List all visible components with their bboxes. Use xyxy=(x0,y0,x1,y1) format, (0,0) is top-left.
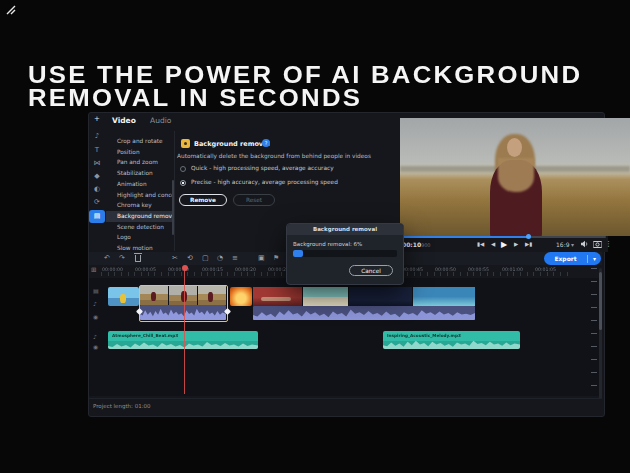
radio-precise[interactable] xyxy=(180,180,186,186)
copy-icon[interactable]: ▣ xyxy=(258,254,265,262)
add-media-icon[interactable]: + xyxy=(89,115,105,123)
tab-audio[interactable]: Audio xyxy=(150,116,171,125)
seek-progress xyxy=(400,236,528,238)
play-icon[interactable]: ▶ xyxy=(501,240,507,249)
ruler-label: 00:00:50 xyxy=(435,266,456,271)
video-clip-4-waveform[interactable] xyxy=(253,306,475,320)
next-frame-icon[interactable]: ▶ xyxy=(514,241,518,247)
seek-handle[interactable] xyxy=(526,234,531,239)
stabilization-tool-icon[interactable]: ◐ xyxy=(89,185,105,193)
snapshot-camera-icon[interactable] xyxy=(593,240,602,248)
aspect-ratio-select[interactable]: 16:9 xyxy=(556,241,569,248)
dialog-title: Background removal xyxy=(287,224,403,235)
video-clip-1[interactable] xyxy=(108,287,139,306)
clip-thumb xyxy=(140,286,168,305)
sidebar-item-logo[interactable]: Logo xyxy=(106,232,173,243)
effects-tool-icon[interactable]: ◆ xyxy=(89,172,105,180)
subject-hair-front xyxy=(498,158,534,192)
more-tools-icon[interactable]: ▤ xyxy=(89,210,105,223)
transitions-tool-icon[interactable]: ⋈ xyxy=(89,159,105,167)
sidebar-item-position[interactable]: Position xyxy=(106,147,173,158)
vertical-scrollbar-thumb[interactable] xyxy=(599,272,602,330)
video-track-mute-icon[interactable]: ♪ xyxy=(93,300,97,307)
sidebar-item-crop-and-rotate[interactable]: Crop and rotate xyxy=(106,136,173,147)
sidebar-divider xyxy=(174,131,175,251)
split-icon[interactable]: ✂ xyxy=(172,254,178,262)
clip-thumb xyxy=(169,286,197,305)
clip-thumb xyxy=(303,287,348,306)
track-tools-icon[interactable]: ⊞ xyxy=(91,266,96,274)
dialog-cancel-button[interactable]: Cancel xyxy=(349,265,393,276)
sidebar-item-background-removal[interactable]: Background removal xyxy=(106,211,173,222)
timecode-ms: 900 xyxy=(421,242,431,248)
audio-clip-1-label: Atmosphere_Chill_Beat.mp3 xyxy=(112,333,178,338)
playhead-line[interactable] xyxy=(184,270,185,394)
audio-track-mute-icon[interactable]: ♪ xyxy=(93,333,97,340)
delete-icon[interactable] xyxy=(135,255,141,262)
volume-icon[interactable] xyxy=(581,240,589,248)
clip-thumb xyxy=(349,287,412,306)
redo-icon[interactable]: ↷ xyxy=(119,254,125,262)
sidebar-item-scene-detection[interactable]: Scene detection xyxy=(106,222,173,233)
audio-track-lock-icon[interactable]: ◉ xyxy=(93,343,98,350)
panel-title: Background removal xyxy=(194,140,270,148)
sidebar-item-pan-and-zoom[interactable]: Pan and zoom xyxy=(106,157,173,168)
jump-to-end-icon[interactable]: ▶▮ xyxy=(525,241,532,247)
video-track-icon[interactable]: ▤ xyxy=(93,287,99,294)
sidebar-item-stabilization[interactable]: Stabilization xyxy=(106,168,173,179)
status-bar xyxy=(89,398,602,415)
sidebar-item-animation[interactable]: Animation xyxy=(106,179,173,190)
audio-tool-icon[interactable]: ♪ xyxy=(89,132,105,140)
timeline-zoom-slider[interactable] xyxy=(591,268,597,398)
page: USE THE POWER OF AI BACKGROUND REMOVAL I… xyxy=(0,0,630,473)
rotate-icon[interactable]: ⟲ xyxy=(187,254,193,262)
filters-tool-icon[interactable]: ⟳ xyxy=(89,198,105,206)
clip-audio-waveform xyxy=(140,305,226,320)
aspect-caret-icon: ▾ xyxy=(571,241,574,248)
video-clip-4-thumbs[interactable] xyxy=(253,287,475,306)
ruler-label: 00:01:00 xyxy=(502,266,523,271)
ruler-label: 00:00:45 xyxy=(402,266,423,271)
jump-to-start-icon[interactable]: ▮◀ xyxy=(477,241,484,247)
reset-button[interactable]: Reset xyxy=(233,194,275,206)
marker-icon[interactable]: ⚑ xyxy=(273,254,279,262)
info-icon[interactable]: ? xyxy=(262,139,270,147)
radio-quick[interactable] xyxy=(180,166,186,172)
background-removal-dialog: Background removal Background removal: 6… xyxy=(286,223,404,285)
dialog-progress-track xyxy=(293,250,397,257)
speed-icon[interactable]: ◔ xyxy=(217,254,223,262)
export-caret-icon[interactable]: ▾ xyxy=(588,255,601,262)
crop-icon[interactable]: ▢ xyxy=(202,254,209,262)
headline-line-2: REMOVAL IN SECONDS xyxy=(28,85,362,112)
background-removal-icon xyxy=(181,139,190,148)
export-button[interactable]: Export ▾ xyxy=(544,252,601,265)
player-menu-icon[interactable]: ⋮ xyxy=(605,240,612,248)
video-clip-3[interactable] xyxy=(230,287,252,306)
subject-face xyxy=(507,138,522,157)
ruler-label: 00:00:05 xyxy=(135,266,156,271)
radio-quick-label[interactable]: Quick - high processing speed, average a… xyxy=(191,165,334,171)
ruler-label: 00:00:20 xyxy=(235,266,256,271)
sidebar-item-highlight-and-conceal[interactable]: Highlight and conceal xyxy=(106,190,173,201)
titles-tool-icon[interactable]: T xyxy=(89,146,105,154)
prev-frame-icon[interactable]: ◀ xyxy=(491,241,495,247)
video-track-lock-icon[interactable]: ◉ xyxy=(93,313,98,320)
ruler-label: 00:01:05 xyxy=(535,266,556,271)
tab-video[interactable]: Video xyxy=(112,116,136,125)
audio-clip-1[interactable]: Atmosphere_Chill_Beat.mp3 xyxy=(108,331,258,349)
sidebar-item-chroma-key[interactable]: Chroma key xyxy=(106,200,173,211)
clip-thumb xyxy=(413,287,475,306)
dialog-progress-label: Background removal: 6% xyxy=(293,241,362,247)
ruler-label: 00:00:55 xyxy=(468,266,489,271)
timecode: 00:10 xyxy=(402,241,421,248)
undo-icon[interactable]: ↶ xyxy=(104,254,110,262)
panel-description: Automatically delete the background from… xyxy=(177,153,371,159)
ruler-label: 00:00:15 xyxy=(202,266,223,271)
project-length-status: Project length: 01:00 xyxy=(93,403,151,409)
clip-thumb xyxy=(198,286,226,305)
properties-icon[interactable]: ≡ xyxy=(232,254,238,262)
video-preview xyxy=(400,118,630,236)
audio-clip-2[interactable]: Inspiring_Acoustic_Melody.mp3 xyxy=(383,331,520,349)
radio-precise-label[interactable]: Precise - high accuracy, average process… xyxy=(191,179,338,185)
remove-button[interactable]: Remove xyxy=(179,194,227,206)
